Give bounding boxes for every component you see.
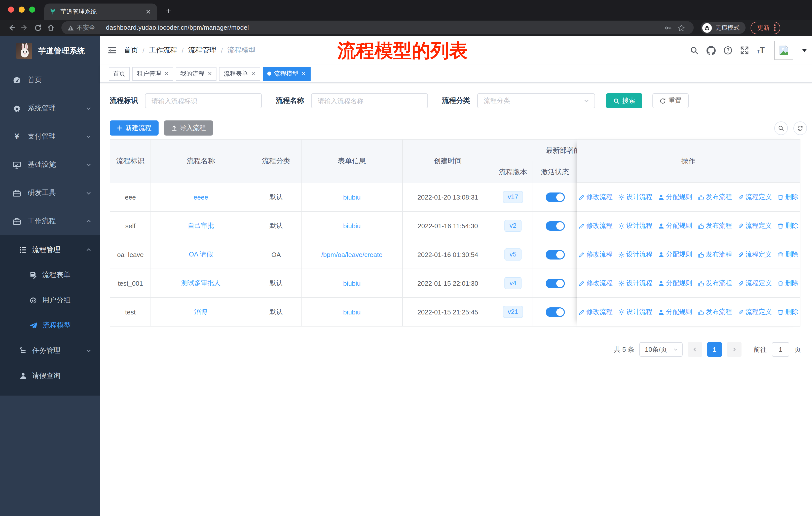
help-icon[interactable] [723,46,732,55]
breadcrumb-process-management[interactable]: 流程管理 [188,46,216,55]
publish-process-link[interactable]: 发布流程 [698,221,732,230]
app-logo[interactable]: 芋道管理系统 [0,36,100,66]
cell-process-name-link[interactable]: 自己审批 [151,212,251,240]
traffic-lights[interactable] [8,6,35,12]
cell-form-link[interactable]: biubiu [301,298,403,326]
next-page-button[interactable] [727,342,742,357]
home-icon[interactable] [44,21,57,34]
search-icon[interactable] [690,46,699,55]
active-toggle[interactable] [546,192,564,202]
delete-link[interactable]: 删除 [777,221,799,230]
cell-form-link[interactable]: biubiu [301,269,403,297]
active-toggle[interactable] [546,307,564,317]
process-key-input[interactable] [145,93,262,108]
tag-home[interactable]: 首页 [109,67,130,80]
zoom-window-button[interactable] [29,6,35,12]
breadcrumb-home[interactable]: 首页 [124,46,138,55]
sidebar-item-system[interactable]: 系统管理 [0,94,100,123]
modify-process-link[interactable]: 修改流程 [578,279,613,288]
process-definition-link[interactable]: 流程定义 [737,307,772,317]
browser-menu-icon[interactable] [774,24,776,32]
avatar[interactable] [774,41,793,60]
sidebar-item-process-management[interactable]: 流程管理 [0,237,100,263]
sidebar-item-leave-query[interactable]: 请假查询 [0,363,100,388]
modify-process-link[interactable]: 修改流程 [578,192,613,201]
assign-rule-link[interactable]: 分配规则 [658,221,692,230]
cell-form-link[interactable]: biubiu [301,212,403,240]
sidebar-item-task-management[interactable]: 任务管理 [0,338,100,363]
create-process-button[interactable]: 新建流程 [110,120,158,136]
active-toggle[interactable] [546,221,564,230]
publish-process-link[interactable]: 发布流程 [698,250,732,259]
sidebar-item-process-form[interactable]: 流程表单 [0,263,100,288]
reload-icon[interactable] [31,21,44,34]
assign-rule-link[interactable]: 分配规则 [658,307,692,317]
fullscreen-icon[interactable] [740,46,749,55]
process-definition-link[interactable]: 流程定义 [737,250,772,259]
assign-rule-link[interactable]: 分配规则 [658,279,692,288]
sidebar-item-user-group[interactable]: 用户分组 [0,288,100,313]
publish-process-link[interactable]: 发布流程 [698,307,732,317]
minimize-window-button[interactable] [19,6,25,12]
cell-process-name-link[interactable]: eeee [151,183,251,211]
tag-my-process[interactable]: 我的流程✕ [176,67,216,80]
sidebar-item-payment[interactable]: ¥ 支付管理 [0,123,100,151]
sidebar-item-process-model[interactable]: 流程模型 [0,313,100,338]
publish-process-link[interactable]: 发布流程 [698,192,732,201]
tag-tenant[interactable]: 租户管理✕ [133,67,173,80]
delete-link[interactable]: 删除 [777,307,799,317]
delete-link[interactable]: 删除 [777,279,799,288]
design-process-link[interactable]: 设计流程 [618,307,652,317]
forward-icon[interactable] [18,21,31,34]
active-toggle[interactable] [546,250,564,259]
cell-process-name-link[interactable]: 测试多审批人 [151,269,251,297]
refresh-table-button[interactable] [793,121,807,135]
breadcrumb-workflow[interactable]: 工作流程 [149,46,177,55]
bookmark-star-icon[interactable] [674,21,688,34]
avatar-caret-icon[interactable] [802,49,807,52]
back-icon[interactable] [5,21,18,34]
current-page-button[interactable]: 1 [707,342,722,357]
modify-process-link[interactable]: 修改流程 [578,221,613,230]
browser-tab[interactable]: 芋道管理系统 ✕ [44,3,157,20]
page-size-select[interactable]: 10条/页 [639,342,683,357]
modify-process-link[interactable]: 修改流程 [578,250,613,259]
process-name-input[interactable] [311,93,428,108]
prev-page-button[interactable] [688,342,702,357]
design-process-link[interactable]: 设计流程 [618,250,652,259]
cell-process-name-link[interactable]: 滔博 [151,298,251,326]
cell-form-link[interactable]: /bpm/oa/leave/create [301,240,403,269]
new-tab-button[interactable]: + [162,4,175,18]
assign-rule-link[interactable]: 分配规则 [658,250,692,259]
address-bar[interactable]: 不安全 dashboard.yudao.iocoder.cn/bpm/manag… [61,21,694,34]
font-size-icon[interactable]: TT [757,46,765,54]
sidebar-item-workflow[interactable]: 工作流程 [0,207,100,235]
delete-link[interactable]: 删除 [777,250,799,259]
key-icon[interactable] [662,21,674,34]
cell-form-link[interactable]: biubiu [301,183,403,211]
process-definition-link[interactable]: 流程定义 [737,192,772,201]
show-search-button[interactable] [774,121,788,135]
delete-link[interactable]: 删除 [777,192,799,201]
category-select[interactable]: 流程分类 [477,93,595,108]
cell-process-name-link[interactable]: OA 请假 [151,240,251,269]
reset-button[interactable]: 重置 [652,93,689,108]
close-icon[interactable]: ✕ [207,70,212,77]
tag-process-model-active[interactable]: 流程模型✕ [263,67,310,80]
tag-process-form[interactable]: 流程表单✕ [219,67,260,80]
design-process-link[interactable]: 设计流程 [618,221,652,230]
active-toggle[interactable] [546,278,564,288]
design-process-link[interactable]: 设计流程 [618,279,652,288]
tab-close-icon[interactable]: ✕ [144,8,152,16]
sidebar-item-devtools[interactable]: 研发工具 [0,179,100,207]
sidebar-item-home[interactable]: 首页 [0,66,100,94]
design-process-link[interactable]: 设计流程 [618,192,652,201]
close-icon[interactable]: ✕ [301,70,306,77]
github-icon[interactable] [706,46,716,55]
browser-update-button[interactable]: 更新 [751,21,780,34]
sidebar-item-infrastructure[interactable]: 基础设施 [0,151,100,179]
goto-page-input[interactable] [772,342,789,357]
close-icon[interactable]: ✕ [164,70,169,77]
collapse-sidebar-icon[interactable] [108,46,117,55]
close-icon[interactable]: ✕ [251,70,256,77]
